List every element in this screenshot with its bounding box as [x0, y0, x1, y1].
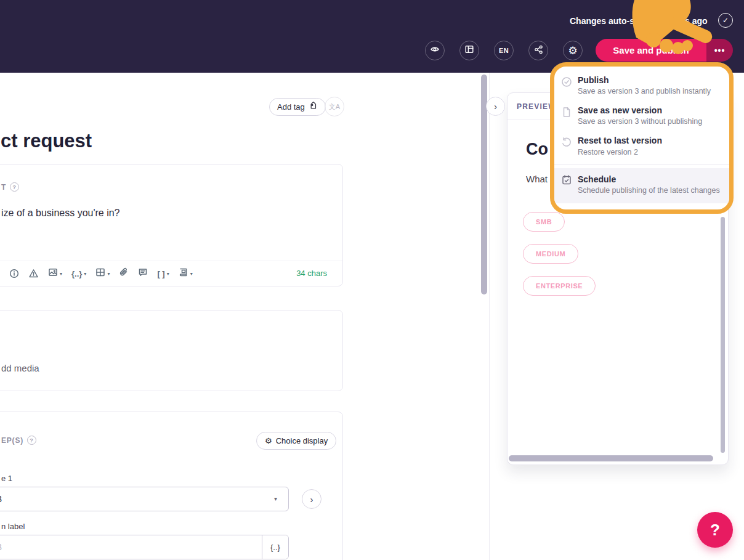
main-panel-divider	[489, 73, 490, 560]
preview-horizontal-scrollbar[interactable]	[509, 455, 713, 461]
choices-card: EP(S) ? ⚙ Choice display e 1 MB ▾ › n la…	[0, 412, 343, 560]
preview-eye-button[interactable]	[425, 41, 445, 60]
paperclip-icon	[119, 267, 129, 280]
check-circle-icon	[561, 76, 572, 90]
rich-text-toolbar: ▾ {..} ▾ ▾ [ ] ▾	[0, 261, 342, 286]
attachment-button[interactable]	[119, 267, 129, 280]
chevron-right-icon: ›	[494, 102, 497, 112]
table-insert-button[interactable]: ▾	[95, 267, 110, 280]
chevron-down-icon: ▾	[84, 271, 86, 277]
expand-choice-button[interactable]: ›	[302, 489, 321, 509]
add-tag-button[interactable]: Add tag	[269, 98, 326, 116]
share-button[interactable]	[528, 41, 548, 60]
save-options-menu: Publish Save as version 3 and publish in…	[550, 62, 734, 214]
preview-survey-title: Co	[526, 140, 548, 159]
settings-button[interactable]: ⚙	[563, 41, 583, 60]
preview-choice-medium[interactable]: MEDIUM	[523, 244, 578, 264]
comment-icon	[138, 267, 148, 280]
recall-information-button[interactable]: [ ] ▾	[157, 269, 169, 278]
image-insert-button[interactable]: ▾	[48, 267, 62, 280]
menu-item-publish[interactable]: Publish Save as version 3 and publish in…	[554, 70, 729, 100]
translate-icon: 文A	[329, 102, 340, 112]
choices-help-icon[interactable]: ?	[27, 436, 36, 445]
help-button[interactable]: ?	[697, 512, 733, 548]
media-card: dd media	[0, 310, 343, 391]
menu-item-reset-to-last-version[interactable]: Reset to last version Restore version 2	[554, 131, 729, 161]
share-icon	[534, 45, 543, 57]
menu-divider	[554, 164, 729, 165]
layout-button[interactable]	[459, 41, 479, 60]
preview-question-text: What	[526, 174, 548, 184]
gear-icon: ⚙	[265, 436, 272, 445]
menu-item-save-as-new-version[interactable]: Save as new version Save as version 3 wi…	[554, 100, 729, 131]
recall-insert-button[interactable]: {..}	[262, 535, 288, 559]
choices-label: EP(S) ?	[1, 436, 36, 445]
language-button[interactable]: EN	[494, 41, 514, 60]
choice-row-label: e 1	[1, 474, 12, 483]
menu-item-schedule[interactable]: Schedule Schedule publishing of the late…	[554, 168, 729, 203]
add-media-link[interactable]: dd media	[1, 363, 39, 373]
save-more-options-button[interactable]: •••	[706, 39, 733, 62]
variables-button[interactable]: {..} ▾	[71, 269, 86, 278]
preview-choice-smb[interactable]: SMB	[523, 212, 565, 232]
chevron-down-icon: ▾	[274, 495, 277, 502]
button-label-input[interactable]: MB	[0, 535, 262, 559]
chevron-down-icon: ▾	[167, 271, 169, 277]
collapse-preview-button[interactable]: ›	[486, 97, 505, 116]
choice-select[interactable]: MB ▾	[0, 487, 289, 511]
question-label: T ?	[1, 182, 19, 192]
preview-choice-enterprise[interactable]: ENTERPRISE	[523, 276, 596, 296]
image-icon	[48, 267, 58, 280]
calendar-check-icon	[561, 174, 572, 188]
warning-icon[interactable]	[28, 269, 39, 278]
translate-button[interactable]: 文A	[325, 97, 344, 116]
preview-vertical-scrollbar[interactable]	[721, 217, 725, 453]
autosave-check-icon: ✓	[718, 13, 733, 28]
info-icon[interactable]	[9, 269, 19, 278]
choice-display-button[interactable]: ⚙ Choice display	[256, 432, 336, 450]
eye-icon	[429, 44, 440, 57]
chevron-right-icon: ›	[310, 494, 313, 505]
gear-icon: ⚙	[568, 44, 577, 57]
question-card: T ? ize of a business you're in? ▾ {..} …	[0, 164, 343, 286]
chevron-down-icon: ▾	[107, 271, 110, 277]
question-help-icon[interactable]: ?	[10, 182, 19, 192]
autosave-status-text: Changes auto-sav	[570, 16, 644, 26]
file-icon	[561, 107, 572, 120]
dictionary-button[interactable]: ▾	[179, 267, 193, 280]
button-label-placeholder: MB	[0, 542, 2, 552]
question-text-input[interactable]: ize of a business you're in?	[1, 208, 120, 219]
autosave-status-text-suffix: s ago	[685, 16, 708, 26]
button-label-input-group: MB {..}	[0, 535, 289, 559]
comment-button[interactable]	[138, 267, 148, 280]
brackets-icon: [ ]	[157, 269, 164, 278]
character-count: 34 chars	[296, 269, 327, 278]
save-and-publish-button[interactable]: Save and publish	[596, 39, 706, 62]
choice-select-value: MB	[0, 494, 2, 504]
survey-title[interactable]: ct request	[1, 130, 92, 152]
braces-icon: {..}	[71, 269, 82, 278]
chevron-down-icon: ▾	[60, 271, 62, 277]
table-icon	[95, 267, 105, 280]
tag-icon	[309, 102, 318, 113]
layout-icon	[464, 44, 474, 57]
button-label-label: n label	[1, 522, 25, 531]
dictionary-icon	[179, 267, 188, 280]
undo-icon	[561, 137, 572, 150]
chevron-down-icon: ▾	[190, 271, 193, 277]
language-label: EN	[499, 47, 509, 54]
